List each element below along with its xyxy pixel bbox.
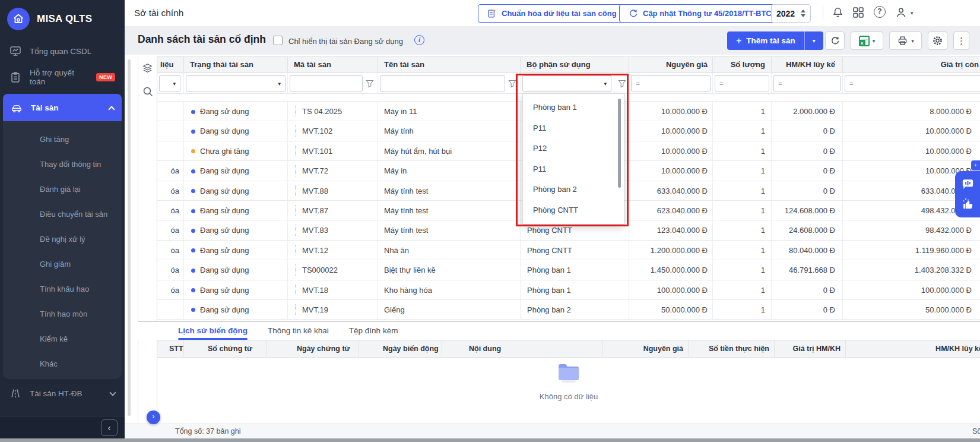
sidebar-subitem[interactable]: Đánh giá lại (3, 177, 122, 202)
standardize-data-button[interactable]: Chuẩn hóa dữ liệu tài sản công (478, 4, 626, 23)
history-column-header-8[interactable]: HM/KH lũy kế (846, 340, 980, 357)
history-column-header-0[interactable]: STT (157, 340, 184, 357)
help-icon[interactable]: ? (874, 6, 886, 18)
left-scrollbar[interactable] (128, 59, 131, 416)
filter-numeric-input-5[interactable]: = (631, 75, 711, 91)
sidebar-subitem[interactable]: Đề nghị xử lý (3, 227, 122, 252)
export-excel-button[interactable]: x ▾ (851, 31, 883, 50)
dropdown-option[interactable]: Phòng ban 2 (523, 179, 624, 200)
filter-numeric-input-8[interactable]: = (845, 75, 980, 91)
filter-funnel-icon[interactable] (508, 79, 516, 90)
column-header-0[interactable]: liệu (157, 57, 184, 72)
filter-cell-6: = (713, 73, 772, 93)
sidebar-subitem[interactable]: Thay đổi thông tin (3, 152, 122, 177)
cell-asset-name: Kho hàng hóa (378, 280, 521, 299)
cell-accumulated: 0 Đ (772, 141, 843, 160)
history-column-header-1[interactable]: Số chứng từ (184, 340, 267, 357)
page-title: Danh sách tài sản cố định (138, 33, 266, 46)
chat-feedback-icon[interactable] (961, 178, 975, 191)
column-header-2[interactable]: Mã tài sản (288, 57, 378, 72)
in-use-filter-label: Chỉ hiển thị tài sản Đang sử dụng (288, 37, 403, 46)
cell-asset-name: Giếng (378, 300, 521, 319)
sidebar-subitem[interactable]: Ghi tăng (3, 127, 122, 152)
user-caret-down-icon[interactable]: ▾ (911, 10, 914, 16)
dropdown-option[interactable]: P12 (523, 138, 624, 159)
cell-asset-name: Máy in 11 (378, 102, 521, 121)
filter-numeric-input-6[interactable]: = (715, 75, 769, 91)
sidebar-item-tong-quan-csdl[interactable]: Tổng quan CSDL (0, 38, 125, 64)
column-header-5[interactable]: Nguyên giá (629, 57, 713, 72)
widget-collapse-tab[interactable]: › (971, 160, 980, 171)
filter-select-0[interactable]: ▾ (159, 75, 180, 91)
history-column-header-7[interactable]: Giá trị HM/KH (775, 340, 846, 357)
asset-table-filter-row: ▾▾▾==== (157, 73, 980, 94)
filter-input-3[interactable] (380, 75, 505, 91)
cell-asset-name: Máy tính (378, 121, 521, 140)
dropdown-option[interactable]: Phòng ban 1 (523, 97, 624, 118)
table-row[interactable]: óaĐang sử dụngMVT.12Nhà ănPhòng CNTT1.20… (157, 241, 980, 260)
filter-funnel-icon[interactable] (366, 79, 374, 90)
table-row[interactable]: óaĐang sử dụngTS000022Biệt thự liền kềPh… (157, 260, 980, 280)
rate-thumbs-up-icon[interactable] (961, 197, 975, 211)
equals-operator-icon[interactable]: = (849, 80, 854, 88)
add-asset-button[interactable]: + Thêm tài sản (727, 31, 805, 50)
column-header-6[interactable]: Số lượng (713, 57, 772, 72)
table-row[interactable]: óaĐang sử dụngMVT.18Kho hàng hóaPhòng ba… (157, 280, 980, 300)
dropdown-option[interactable]: P11 (523, 159, 624, 180)
spin-up-icon[interactable] (801, 10, 805, 12)
tab-0[interactable]: Lịch sử biến động (178, 322, 248, 340)
logo[interactable]: MISA QLTS (0, 0, 125, 38)
column-header-7[interactable]: HM/KH lũy kế (772, 57, 843, 72)
filter-input-2[interactable] (290, 75, 363, 91)
year-selector[interactable]: 2022 (771, 4, 811, 23)
refresh-button[interactable] (825, 31, 845, 50)
table-row[interactable]: Đang sử dụngMVT.19GiếngPhòng ban 250.000… (157, 300, 980, 320)
apps-grid-icon[interactable] (852, 6, 865, 21)
column-header-8[interactable]: Giá trị còn lại (843, 57, 980, 72)
user-account-icon[interactable] (895, 6, 908, 21)
layers-icon[interactable] (141, 62, 154, 77)
expand-panel-button[interactable]: › (147, 411, 160, 424)
spin-down-icon[interactable] (801, 14, 805, 17)
sidebar-collapse-button[interactable]: ‹ (101, 419, 118, 436)
filter-numeric-input-7[interactable]: = (773, 75, 841, 91)
filter-funnel-icon[interactable] (618, 79, 626, 90)
notifications-bell-icon[interactable] (831, 6, 845, 22)
in-use-filter-checkbox[interactable] (273, 36, 283, 45)
update-circular-button[interactable]: Cập nhật Thông tư 45/2018/TT-BTC (619, 4, 781, 23)
column-header-1[interactable]: Trạng thái tài sản (184, 57, 288, 72)
sidebar-subitem[interactable]: Tính khấu hao (3, 277, 122, 302)
filter-select-1[interactable]: ▾ (186, 75, 286, 91)
history-column-header-2[interactable]: Ngày chứng từ (267, 340, 359, 357)
dropdown-option[interactable]: Phòng CNTT (523, 200, 624, 221)
sidebar-subitem[interactable]: Kiểm kê (3, 327, 122, 352)
search-icon[interactable] (142, 86, 154, 100)
settings-button[interactable] (928, 31, 947, 50)
add-asset-caret-button[interactable]: ▾ (805, 31, 823, 50)
history-column-header-4[interactable]: Nội dung (442, 340, 602, 357)
info-icon[interactable]: i (414, 35, 424, 45)
sidebar-subitem[interactable]: Khác (3, 352, 122, 377)
year-spinner[interactable] (801, 10, 805, 17)
equals-operator-icon[interactable]: = (636, 80, 640, 88)
history-column-header-6[interactable]: Số tiền thực hiện (689, 340, 775, 357)
dropdown-scrollbar[interactable] (618, 99, 621, 188)
print-button[interactable]: ▾ (889, 31, 922, 50)
sidebar-item-tai-san-ht-db[interactable]: Tài sản HT-ĐB (0, 380, 125, 406)
column-header-4[interactable]: Bộ phận sử dụng (521, 57, 629, 72)
more-options-button[interactable]: ⋮ (953, 31, 969, 50)
history-column-header-3[interactable]: Ngày biến động (359, 340, 442, 357)
tab-2[interactable]: Tệp đính kèm (349, 322, 398, 340)
sidebar-item-tai-san[interactable]: Tài sản (3, 94, 122, 121)
sidebar-subitem[interactable]: Tính hao mòn (3, 302, 122, 327)
tab-1[interactable]: Thông tin kê khai (268, 322, 329, 340)
sidebar-subitem[interactable]: Điều chuyển tài sản (3, 202, 122, 227)
equals-operator-icon[interactable]: = (778, 80, 782, 88)
equals-operator-icon[interactable]: = (719, 80, 724, 88)
filter-select-4[interactable]: ▾ (522, 75, 611, 91)
sidebar-subitem[interactable]: Ghi giảm (3, 252, 122, 277)
history-column-header-5[interactable]: Nguyên giá (602, 340, 689, 357)
column-header-3[interactable]: Tên tài sản (378, 57, 521, 72)
sidebar-item-ho-tro-quyet-toan[interactable]: Hỗ trợ quyết toán NEW (0, 64, 125, 90)
dropdown-option[interactable]: P11 (523, 118, 624, 139)
